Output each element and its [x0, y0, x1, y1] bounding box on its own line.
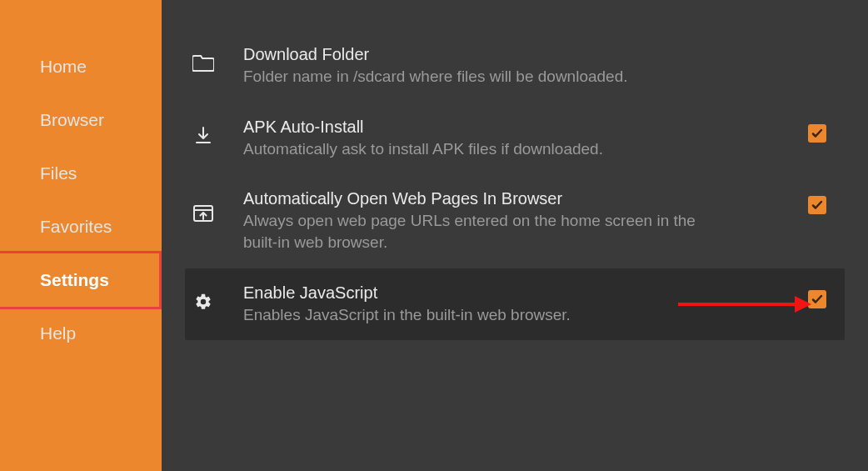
setting-download-folder[interactable]: Download Folder Folder name in /sdcard w…	[185, 30, 845, 103]
checkbox-checked-icon	[808, 196, 826, 214]
sidebar-item-label: Files	[40, 163, 77, 183]
sidebar-item-browser[interactable]: Browser	[0, 93, 162, 147]
folder-icon	[188, 48, 218, 78]
sidebar-item-favorites[interactable]: Favorites	[0, 200, 162, 253]
settings-content: Download Folder Folder name in /sdcard w…	[162, 0, 868, 471]
sidebar-item-label: Help	[40, 323, 76, 343]
sidebar-item-label: Home	[40, 57, 87, 76]
setting-title: Enable JavaScript	[243, 283, 783, 303]
setting-text: Automatically Open Web Pages In Browser …	[243, 189, 783, 253]
sidebar-item-help[interactable]: Help	[0, 307, 162, 360]
checkbox-apk-auto-install[interactable]	[808, 124, 826, 143]
setting-title: Automatically Open Web Pages In Browser	[243, 189, 783, 208]
setting-desc: Automatically ask to install APK files i…	[243, 138, 783, 160]
gear-icon	[188, 287, 218, 317]
sidebar: Home Browser Files Favorites Settings He…	[0, 0, 162, 471]
setting-desc: Enables JavaScript in the built-in web b…	[243, 304, 783, 326]
sidebar-item-label: Settings	[40, 270, 109, 289]
setting-text: Download Folder Folder name in /sdcard w…	[243, 45, 831, 88]
setting-text: Enable JavaScript Enables JavaScript in …	[243, 283, 783, 326]
setting-open-web-pages[interactable]: Automatically Open Web Pages In Browser …	[185, 174, 845, 268]
checkbox-checked-icon	[808, 290, 826, 308]
setting-apk-auto-install[interactable]: APK Auto-Install Automatically ask to in…	[185, 103, 845, 175]
sidebar-item-label: Browser	[40, 110, 104, 129]
setting-enable-javascript[interactable]: Enable JavaScript Enables JavaScript in …	[185, 268, 845, 341]
sidebar-item-settings[interactable]: Settings	[40, 270, 109, 289]
checkbox-enable-javascript[interactable]	[808, 290, 826, 308]
checkbox-checked-icon	[808, 124, 826, 143]
sidebar-item-home[interactable]: Home	[0, 40, 162, 93]
setting-title: Download Folder	[243, 45, 831, 64]
download-icon	[188, 121, 218, 151]
setting-title: APK Auto-Install	[243, 118, 783, 137]
setting-desc: Folder name in /sdcard where files will …	[243, 66, 831, 88]
setting-text: APK Auto-Install Automatically ask to in…	[243, 118, 783, 160]
sidebar-item-settings-highlight: Settings	[0, 251, 162, 309]
setting-desc: Always open web page URLs entered on the…	[243, 210, 726, 253]
sidebar-item-files[interactable]: Files	[0, 147, 162, 200]
sidebar-item-label: Favorites	[40, 217, 112, 236]
checkbox-open-web-pages[interactable]	[808, 196, 826, 214]
open-in-browser-icon	[188, 199, 218, 229]
